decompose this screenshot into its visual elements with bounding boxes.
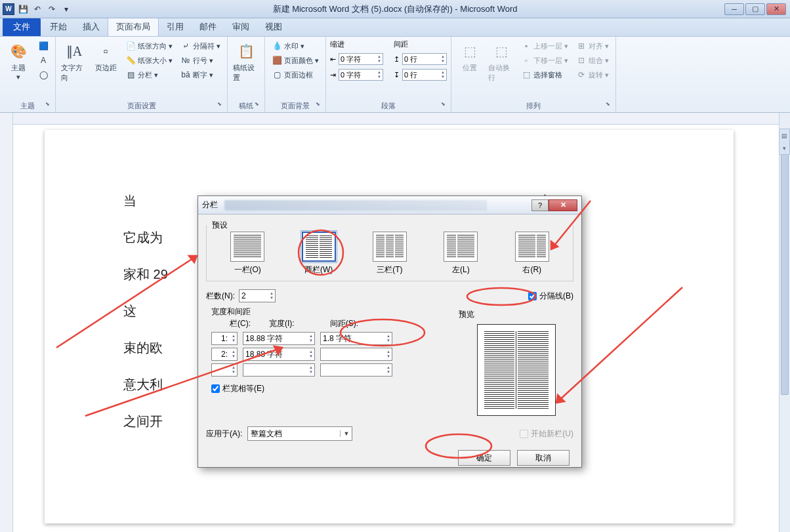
preview-box <box>477 324 556 416</box>
group-paragraph: 缩进 ⇤ ⇥ 间距 ↥ ↧ 段落 <box>326 37 451 112</box>
preset-one[interactable]: 一栏(O) <box>230 232 264 276</box>
wrap-button: ⬚自动换行 <box>487 39 516 84</box>
tab-mailings[interactable]: 邮件 <box>192 18 224 36</box>
dialog-titlebar[interactable]: 分栏 ? ✕ <box>198 196 581 215</box>
tab-view[interactable]: 视图 <box>257 18 290 36</box>
theme-colors-button[interactable]: 🟦 <box>35 39 51 52</box>
col-1-num[interactable]: 1: <box>211 332 238 345</box>
tab-home[interactable]: 开始 <box>42 18 75 36</box>
spacing-label: 间距 <box>394 39 447 49</box>
ribbon: 🎨主题▾ 🟦 A ◯ 主题 ∥A文字方向 ▫页边距 📄纸张方向 ▾ 📏纸张大小 … <box>0 37 790 113</box>
col-2-spacing <box>320 348 392 361</box>
orientation-icon: 📄 <box>125 41 136 51</box>
cancel-button[interactable]: 取消 <box>517 450 570 466</box>
effects-icon: ◯ <box>38 70 49 80</box>
tab-page-layout[interactable]: 页面布局 <box>108 17 159 36</box>
group-label-pagebg: 页面背景 <box>269 100 322 111</box>
window-title: 新建 Microsoft Word 文档 (5).docx (自动保存的) - … <box>273 3 518 15</box>
themes-button[interactable]: 🎨主题▾ <box>4 39 33 83</box>
file-tab[interactable]: 文件 <box>3 18 41 36</box>
manuscript-icon: 📋 <box>236 41 257 62</box>
indent-right-input[interactable] <box>339 69 383 81</box>
text-direction-button[interactable]: ∥A文字方向 <box>60 39 89 84</box>
align-icon: ⊞ <box>576 41 587 51</box>
ok-button[interactable]: 确定 <box>458 450 510 466</box>
scrollbar-thumb[interactable] <box>781 133 789 395</box>
group-label-paragraph: 段落 <box>330 100 447 111</box>
space-before-icon: ↥ <box>394 55 400 64</box>
align-button: ⊞对齐 ▾ <box>573 39 612 52</box>
group-label-pagesetup: 页面设置 <box>60 100 223 111</box>
group-manuscript: 📋稿纸设置 稿纸 <box>228 37 265 112</box>
ruler-toggle[interactable]: ▤▾ <box>779 129 790 155</box>
tab-references[interactable]: 引用 <box>159 18 192 36</box>
size-icon: 📏 <box>125 55 136 66</box>
apply-to-combo[interactable]: 整篇文档 <box>247 426 352 441</box>
columns-button[interactable]: ▤分栏 ▾ <box>123 68 175 81</box>
margins-button[interactable]: ▫页边距 <box>91 39 120 74</box>
maximize-button[interactable]: ▢ <box>745 3 765 15</box>
selection-pane-button[interactable]: ⬚选择窗格 <box>518 68 571 81</box>
dialog-close-button[interactable]: ✕ <box>549 199 577 211</box>
blurred-text <box>224 200 487 211</box>
preset-right[interactable]: 右(R) <box>515 232 549 276</box>
dialog-help-button[interactable]: ? <box>531 199 549 211</box>
col-1-width[interactable]: 18.88 字符 <box>243 332 315 345</box>
preset-group: 一栏(O) 两栏(W) 三栏(T) 左(L) 右(R) <box>206 225 573 281</box>
send-backward-button: ▫下移一层 ▾ <box>518 54 571 67</box>
theme-fonts-button[interactable]: A <box>35 54 51 67</box>
separator-checkbox[interactable]: 分隔线(B) <box>528 291 573 302</box>
undo-icon[interactable]: ↶ <box>31 3 43 15</box>
vertical-ruler[interactable] <box>0 113 13 532</box>
quick-access-toolbar: 💾 ↶ ↷ ▾ <box>17 3 72 15</box>
indent-left-icon: ⇤ <box>330 55 336 64</box>
word-app-icon: W <box>3 3 14 15</box>
watermark-button[interactable]: 💧水印 ▾ <box>269 39 322 52</box>
pagecolor-icon: 🟫 <box>272 55 282 66</box>
tab-insert[interactable]: 插入 <box>75 18 108 36</box>
preset-two[interactable]: 两栏(W) <box>302 232 336 276</box>
save-icon[interactable]: 💾 <box>17 3 29 15</box>
border-icon: ▢ <box>272 70 282 80</box>
breaks-icon: ⤶ <box>180 41 191 51</box>
vertical-scrollbar[interactable] <box>779 113 790 532</box>
group-page-setup: ∥A文字方向 ▫页边距 📄纸张方向 ▾ 📏纸张大小 ▾ ▤分栏 ▾ ⤶分隔符 ▾… <box>56 37 228 112</box>
bring-forward-button: ▪上移一层 ▾ <box>518 39 571 52</box>
window-controls: ─ ▢ ✕ <box>724 3 786 15</box>
group-arrange: ⬚位置 ⬚自动换行 ▪上移一层 ▾ ▫下移一层 ▾ ⬚选择窗格 ⊞对齐 ▾ ⊡组… <box>451 37 616 112</box>
width-spacing-group: 宽度和间距 栏(C): 宽度(I): 间距(S): 1: 18.88 字符 1.… <box>206 312 452 399</box>
colors-icon: 🟦 <box>38 41 49 51</box>
dialog-title-text: 分栏 <box>202 199 218 211</box>
breaks-button[interactable]: ⤶分隔符 ▾ <box>178 39 223 52</box>
preset-three[interactable]: 三栏(T) <box>373 232 407 276</box>
group-label-arrange: 排列 <box>455 100 612 111</box>
tab-review[interactable]: 审阅 <box>224 18 257 36</box>
hyphenation-button[interactable]: bā断字 ▾ <box>178 68 223 81</box>
position-button: ⬚位置 <box>455 39 484 74</box>
columns-icon: ▤ <box>125 70 136 80</box>
col-2-width: 18.88 字符 <box>243 348 315 361</box>
preset-left[interactable]: 左(L) <box>444 232 478 276</box>
col-1-spacing[interactable]: 1.8 字符 <box>320 332 392 345</box>
page-borders-button[interactable]: ▢页面边框 <box>269 68 322 81</box>
space-before-input[interactable] <box>402 53 447 65</box>
close-button[interactable]: ✕ <box>766 3 786 15</box>
rotate-icon: ⟳ <box>576 70 587 80</box>
orientation-button[interactable]: 📄纸张方向 ▾ <box>123 39 175 52</box>
ribbon-tabs: 文件 开始 插入 页面布局 引用 邮件 审阅 视图 <box>0 18 790 37</box>
indent-left-input[interactable] <box>339 53 383 65</box>
horizontal-ruler[interactable] <box>13 113 779 125</box>
manuscript-button[interactable]: 📋稿纸设置 <box>232 39 260 84</box>
equal-width-checkbox[interactable]: 栏宽相等(E) <box>211 383 447 394</box>
redo-icon[interactable]: ↷ <box>46 3 58 15</box>
titlebar: W 💾 ↶ ↷ ▾ 新建 Microsoft Word 文档 (5).docx … <box>0 0 790 18</box>
num-cols-input[interactable]: 2 <box>239 289 276 302</box>
group-label-manuscript: 稿纸 <box>232 100 260 111</box>
line-numbers-button[interactable]: №行号 ▾ <box>178 54 223 67</box>
minimize-button[interactable]: ─ <box>724 3 744 15</box>
space-after-input[interactable] <box>402 69 447 81</box>
qat-more-icon[interactable]: ▾ <box>60 3 72 15</box>
page-color-button[interactable]: 🟫页面颜色 ▾ <box>269 54 322 67</box>
size-button[interactable]: 📏纸张大小 ▾ <box>123 54 175 67</box>
theme-effects-button[interactable]: ◯ <box>35 68 51 81</box>
